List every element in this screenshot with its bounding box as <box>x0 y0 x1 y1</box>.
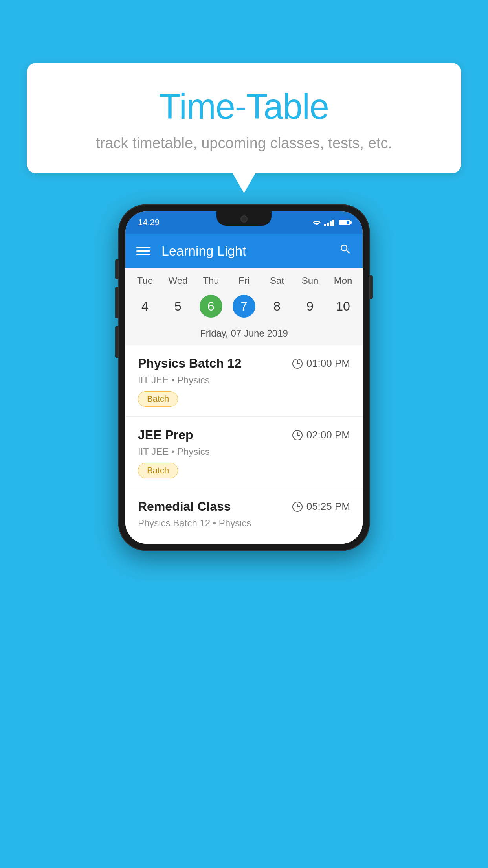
day-mon: Mon <box>327 275 360 286</box>
clock-icon-1 <box>292 359 303 369</box>
day-sun: Sun <box>294 275 327 286</box>
class-item-1[interactable]: Physics Batch 12 01:00 PM IIT JEE • Phys… <box>125 345 363 417</box>
battery-icon <box>339 220 350 225</box>
phone-notch <box>216 211 272 226</box>
class-subtitle-3: Physics Batch 12 • Physics <box>138 518 350 529</box>
phone-mockup: 14:29 <box>118 204 370 551</box>
class-subtitle-2: IIT JEE • Physics <box>138 446 350 457</box>
class-list: Physics Batch 12 01:00 PM IIT JEE • Phys… <box>125 345 363 544</box>
clock-icon-3 <box>292 502 303 512</box>
batch-tag-2: Batch <box>138 463 178 478</box>
status-icons <box>312 219 350 226</box>
power-button <box>370 275 373 299</box>
status-time: 14:29 <box>138 217 160 228</box>
volume-down-button <box>115 287 118 318</box>
date-10[interactable]: 10 <box>327 291 360 322</box>
day-tue: Tue <box>128 275 161 286</box>
clock-icon-2 <box>292 430 303 440</box>
search-button[interactable] <box>339 243 352 259</box>
app-title: Learning Light <box>161 243 339 259</box>
class-time-1: 01:00 PM <box>292 357 350 370</box>
speech-bubble: Time-Table track timetable, upcoming cla… <box>27 63 461 173</box>
front-camera <box>240 215 248 223</box>
volume-up-button <box>115 259 118 279</box>
date-5[interactable]: 5 <box>161 291 194 322</box>
class-item-2[interactable]: JEE Prep 02:00 PM IIT JEE • Physics Batc… <box>125 417 363 488</box>
wifi-icon <box>312 219 321 226</box>
phone-screen: 14:29 <box>125 211 363 544</box>
phone-outer: 14:29 <box>118 204 370 551</box>
selected-date-label: Friday, 07 June 2019 <box>125 325 363 345</box>
day-sat: Sat <box>261 275 294 286</box>
date-6[interactable]: 6 <box>194 291 227 322</box>
calendar: Tue Wed Thu Fri Sat Sun Mon 4 5 <box>125 268 363 345</box>
calendar-dates: 4 5 6 7 8 9 <box>125 289 363 325</box>
menu-icon[interactable] <box>136 247 150 255</box>
day-fri: Fri <box>227 275 261 286</box>
speech-bubble-container: Time-Table track timetable, upcoming cla… <box>27 63 461 173</box>
silent-button <box>115 326 118 358</box>
date-9[interactable]: 9 <box>294 291 327 322</box>
class-name-2: JEE Prep <box>138 428 193 442</box>
class-time-2: 02:00 PM <box>292 429 350 441</box>
date-4[interactable]: 4 <box>128 291 161 322</box>
date-8[interactable]: 8 <box>261 291 294 322</box>
class-subtitle-1: IIT JEE • Physics <box>138 375 350 386</box>
speech-bubble-subtitle: track timetable, upcoming classes, tests… <box>46 135 442 152</box>
class-name-1: Physics Batch 12 <box>138 356 241 371</box>
app-bar: Learning Light <box>125 234 363 268</box>
batch-tag-1: Batch <box>138 391 178 407</box>
signal-icon <box>324 219 334 226</box>
class-item-3[interactable]: Remedial Class 05:25 PM Physics Batch 12… <box>125 488 363 544</box>
calendar-day-names: Tue Wed Thu Fri Sat Sun Mon <box>125 268 363 289</box>
class-time-3: 05:25 PM <box>292 500 350 513</box>
speech-bubble-title: Time-Table <box>46 86 442 127</box>
day-wed: Wed <box>161 275 194 286</box>
day-thu: Thu <box>194 275 227 286</box>
class-name-3: Remedial Class <box>138 499 231 514</box>
date-7[interactable]: 7 <box>227 291 261 322</box>
